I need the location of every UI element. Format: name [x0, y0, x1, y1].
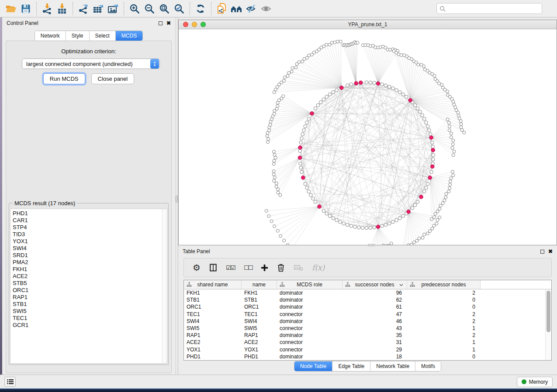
vertical-splitter[interactable]: [175, 17, 178, 375]
network-node[interactable]: [319, 100, 322, 104]
network-node[interactable]: [349, 224, 353, 228]
network-leaf-node[interactable]: [438, 207, 441, 210]
memory-button[interactable]: Memory: [517, 377, 553, 387]
network-leaf-node[interactable]: [273, 225, 276, 228]
mcds-result-item[interactable]: YOX1: [13, 238, 167, 245]
network-node[interactable]: [302, 129, 306, 132]
table-cell[interactable]: dominator: [277, 304, 343, 310]
network-node[interactable]: [421, 113, 424, 117]
column-header-successor-nodes[interactable]: successor nodes: [343, 280, 407, 289]
network-leaf-node[interactable]: [463, 131, 466, 134]
tab-network-table[interactable]: Network Table: [370, 361, 415, 371]
network-leaf-node[interactable]: [272, 162, 275, 165]
network-node[interactable]: [416, 107, 419, 110]
table-cell[interactable]: dominator: [277, 318, 343, 324]
float-panel-icon[interactable]: [159, 21, 163, 25]
network-leaf-node[interactable]: [451, 143, 454, 146]
network-node[interactable]: [342, 222, 346, 225]
network-leaf-node[interactable]: [277, 188, 280, 191]
network-leaf-node[interactable]: [272, 150, 275, 153]
table-cell[interactable]: 31: [343, 339, 407, 345]
network-node[interactable]: [380, 224, 384, 228]
table-cell[interactable]: TEC1: [184, 311, 242, 317]
network-graph[interactable]: [179, 30, 557, 245]
network-node[interactable]: [299, 162, 302, 165]
import-table-button[interactable]: [55, 2, 69, 16]
network-leaf-node[interactable]: [272, 170, 275, 173]
network-leaf-node[interactable]: [325, 43, 328, 46]
network-node[interactable]: [332, 90, 335, 94]
table-cell[interactable]: 0: [407, 354, 481, 360]
table-cell[interactable]: connector: [277, 339, 343, 345]
table-scrollbar[interactable]: [545, 289, 551, 360]
network-node[interactable]: [425, 121, 428, 124]
import-network-button[interactable]: [40, 2, 55, 16]
table-cell[interactable]: dominator: [277, 354, 343, 360]
network-leaf-node[interactable]: [333, 41, 336, 44]
window-close-icon[interactable]: [183, 22, 188, 27]
network-leaf-node[interactable]: [426, 232, 429, 235]
network-node[interactable]: [391, 220, 395, 224]
mcds-hub-node[interactable]: [359, 81, 363, 85]
close-table-panel-icon[interactable]: ✖: [548, 249, 553, 254]
network-node[interactable]: [369, 81, 372, 84]
network-leaf-node[interactable]: [450, 136, 453, 139]
network-leaf-node[interactable]: [423, 233, 426, 236]
column-header-predecessor-nodes[interactable]: predecessor nodes: [407, 280, 481, 289]
table-cell[interactable]: 0: [407, 297, 481, 303]
network-node[interactable]: [311, 197, 315, 200]
network-node[interactable]: [307, 117, 311, 120]
table-cell[interactable]: dominator: [277, 332, 343, 338]
table-cell[interactable]: FKH1: [242, 290, 277, 296]
table-options-button[interactable]: ⚙: [193, 263, 201, 272]
table-cell[interactable]: connector: [277, 325, 343, 331]
table-row[interactable]: PHD1PHD1dominator180: [184, 353, 545, 360]
show-graphics-details-button[interactable]: [259, 2, 274, 16]
table-cell[interactable]: FKH1: [184, 290, 242, 296]
mcds-hub-node[interactable]: [429, 136, 433, 140]
deselect-all-rows-button[interactable]: ☐☐: [244, 264, 252, 271]
network-leaf-node[interactable]: [451, 146, 454, 149]
table-row[interactable]: ACE2ACE2connector311: [184, 339, 545, 346]
table-cell[interactable]: 2: [407, 318, 481, 324]
mcds-hub-node[interactable]: [376, 82, 380, 86]
delete-table-button[interactable]: [294, 264, 303, 271]
network-leaf-node[interactable]: [449, 180, 452, 183]
network-leaf-node[interactable]: [459, 120, 462, 123]
table-cell[interactable]: TEC1: [242, 311, 277, 317]
mcds-hub-node[interactable]: [298, 156, 302, 160]
table-cell[interactable]: 1: [407, 325, 481, 331]
network-node[interactable]: [369, 226, 372, 230]
network-leaf-node[interactable]: [457, 114, 460, 117]
table-row[interactable]: ORC1ORC1dominator610: [184, 303, 545, 310]
network-node[interactable]: [384, 223, 387, 227]
table-cell[interactable]: 35: [343, 332, 407, 338]
horizontal-splitter-handle[interactable]: [368, 244, 375, 246]
network-node[interactable]: [314, 107, 317, 110]
network-leaf-node[interactable]: [273, 179, 276, 182]
network-leaf-node[interactable]: [407, 244, 410, 245]
search-input[interactable]: [447, 6, 539, 12]
mcds-result-item[interactable]: SWI5: [13, 308, 167, 315]
table-cell[interactable]: SWI4: [184, 318, 242, 324]
network-leaf-node[interactable]: [298, 61, 301, 64]
network-leaf-node[interactable]: [275, 182, 278, 185]
network-leaf-node[interactable]: [282, 79, 285, 82]
mcds-hub-node[interactable]: [407, 210, 411, 214]
network-leaf-node[interactable]: [436, 218, 439, 221]
search-box[interactable]: [436, 3, 542, 14]
table-scrollbar-thumb[interactable]: [547, 291, 550, 332]
tab-style[interactable]: Style: [66, 31, 90, 41]
network-node[interactable]: [428, 129, 431, 132]
table-cell[interactable]: PHD1: [184, 354, 242, 360]
network-leaf-node[interactable]: [294, 66, 298, 69]
mcds-hub-node[interactable]: [431, 148, 435, 152]
network-leaf-node[interactable]: [386, 244, 389, 245]
table-cell[interactable]: 18: [343, 354, 407, 360]
network-leaf-node[interactable]: [273, 153, 276, 156]
network-leaf-node[interactable]: [450, 177, 453, 180]
network-node[interactable]: [328, 214, 332, 218]
network-node[interactable]: [304, 182, 307, 186]
network-leaf-node[interactable]: [283, 239, 286, 242]
network-leaf-node[interactable]: [430, 217, 433, 220]
